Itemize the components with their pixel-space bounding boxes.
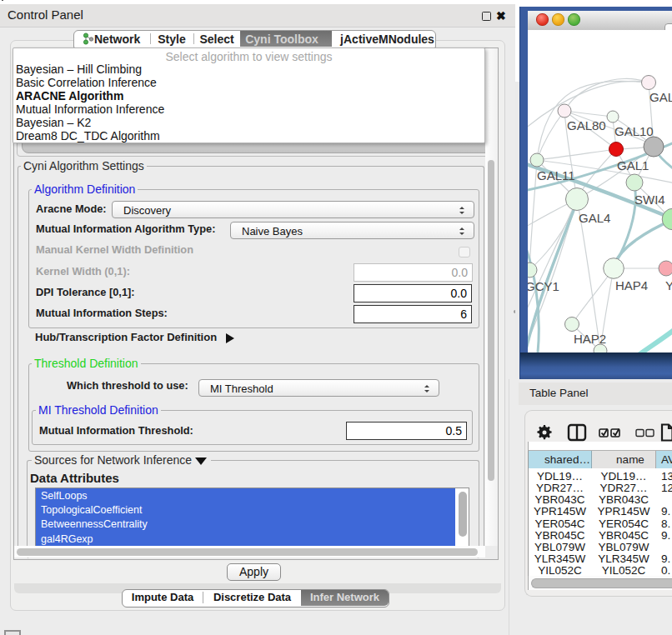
svg-text:SWI4: SWI4 [634,192,665,207]
svg-text:GAL10: GAL10 [614,124,654,138]
svg-text:HAP2: HAP2 [574,332,606,346]
svg-text:Y: Y [665,278,672,292]
svg-text:GAL1: GAL1 [617,158,649,172]
svg-text:HAP4: HAP4 [615,278,648,292]
svg-text:GAL4: GAL4 [579,211,610,225]
svg-text:GAL80: GAL80 [567,118,606,132]
svg-text:GAL11: GAL11 [537,168,575,182]
svg-text:GCY1: GCY1 [528,279,559,293]
svg-text:GAL7: GAL7 [649,90,672,104]
